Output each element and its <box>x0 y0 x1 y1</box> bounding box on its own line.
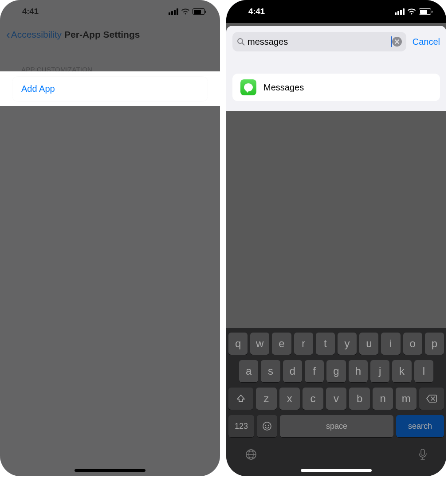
key-d[interactable]: d <box>283 360 302 382</box>
key-a[interactable]: a <box>239 360 258 382</box>
battery-icon <box>193 8 205 15</box>
key-j[interactable]: j <box>370 360 389 382</box>
key-s[interactable]: s <box>261 360 280 382</box>
svg-point-3 <box>265 425 266 426</box>
status-time: 4:41 <box>22 7 39 16</box>
search-icon <box>237 38 245 46</box>
status-bar: 4:41 <box>0 0 220 23</box>
key-h[interactable]: h <box>349 360 368 382</box>
key-b[interactable]: b <box>349 388 370 410</box>
key-y[interactable]: y <box>338 333 357 355</box>
search-sheet: Cancel Messages <box>226 26 446 111</box>
key-x[interactable]: x <box>279 388 300 410</box>
status-bar: 4:41 <box>226 0 446 23</box>
dictation-key[interactable] <box>417 448 428 461</box>
key-t[interactable]: t <box>316 333 335 355</box>
search-results: Messages <box>232 74 440 101</box>
cancel-button[interactable]: Cancel <box>413 37 440 47</box>
search-input[interactable] <box>248 37 392 47</box>
keyboard[interactable]: qwertyuiop asdfghjkl zxcvbnm 123 space s… <box>226 328 446 476</box>
battery-icon <box>419 8 431 15</box>
key-q[interactable]: q <box>228 333 248 355</box>
status-time: 4:41 <box>248 7 265 16</box>
space-key[interactable]: space <box>280 415 393 437</box>
shift-key[interactable] <box>228 388 253 410</box>
key-o[interactable]: o <box>403 333 422 355</box>
result-row-messages[interactable]: Messages <box>232 74 440 101</box>
clear-search-button[interactable] <box>392 37 402 47</box>
key-g[interactable]: g <box>326 360 346 382</box>
add-app-button[interactable]: Add App <box>12 77 208 101</box>
key-r[interactable]: r <box>294 333 313 355</box>
home-indicator[interactable] <box>75 469 145 472</box>
key-p[interactable]: p <box>425 333 444 355</box>
wifi-icon <box>407 8 416 15</box>
messages-app-icon <box>240 79 256 95</box>
home-indicator[interactable] <box>301 469 372 472</box>
highlighted-region: Add App <box>0 71 220 106</box>
key-e[interactable]: e <box>272 333 291 355</box>
add-app-label: Add App <box>21 84 55 94</box>
svg-point-2 <box>263 422 271 430</box>
key-i[interactable]: i <box>381 333 400 355</box>
emoji-key[interactable] <box>257 415 277 437</box>
key-z[interactable]: z <box>256 388 277 410</box>
search-field[interactable] <box>232 32 406 51</box>
right-screenshot: 4:41 Cancel <box>226 0 446 476</box>
key-k[interactable]: k <box>392 360 411 382</box>
key-v[interactable]: v <box>326 388 347 410</box>
key-f[interactable]: f <box>305 360 324 382</box>
key-n[interactable]: n <box>373 388 393 410</box>
key-w[interactable]: w <box>250 333 269 355</box>
result-label: Messages <box>263 82 304 93</box>
left-screenshot: ‹ Accessibility Per-App Settings APP CUS… <box>0 0 220 476</box>
search-key[interactable]: search <box>396 415 444 437</box>
svg-point-4 <box>268 425 269 426</box>
svg-line-1 <box>242 43 244 45</box>
globe-key[interactable] <box>244 448 258 461</box>
backspace-key[interactable] <box>419 388 444 410</box>
key-m[interactable]: m <box>396 388 417 410</box>
key-c[interactable]: c <box>303 388 323 410</box>
wifi-icon <box>181 8 190 15</box>
key-u[interactable]: u <box>359 333 378 355</box>
svg-rect-8 <box>421 449 424 455</box>
cellular-icon <box>395 8 405 15</box>
numbers-key[interactable]: 123 <box>228 415 254 437</box>
key-l[interactable]: l <box>414 360 433 382</box>
cellular-icon <box>169 8 178 15</box>
